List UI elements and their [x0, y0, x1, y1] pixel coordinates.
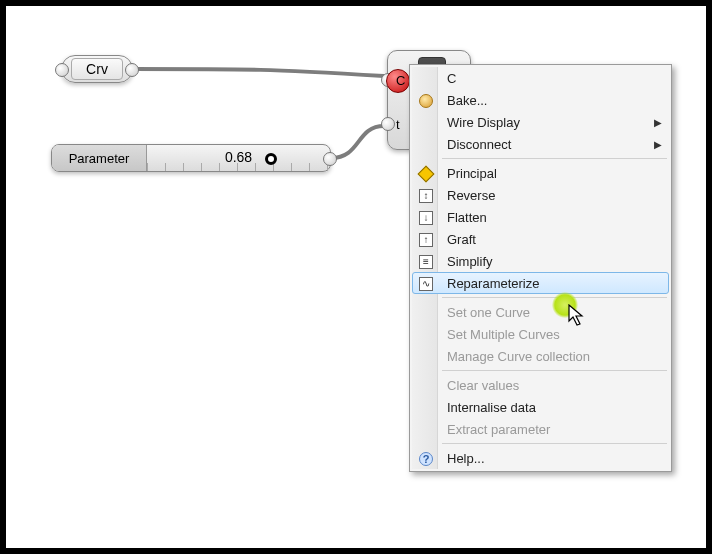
menu-wire-display[interactable]: Wire Display ▶ [412, 111, 669, 133]
graft-icon: ↑ [417, 231, 435, 249]
curve-param-label: Crv [71, 58, 123, 80]
flatten-icon: ↓ [417, 209, 435, 227]
menu-reparameterize-label: Reparameterize [447, 276, 540, 291]
submenu-arrow-icon: ▶ [654, 117, 662, 128]
context-menu: C Bake... Wire Display ▶ Disconnect ▶ Pr… [409, 64, 672, 472]
diamond-icon [417, 165, 435, 183]
menu-separator [442, 370, 667, 371]
menu-set-one-curve-label: Set one Curve [447, 305, 530, 320]
menu-set-one-curve[interactable]: Set one Curve [412, 301, 669, 323]
menu-principal-label: Principal [447, 166, 497, 181]
menu-separator [442, 297, 667, 298]
slider-output-grip-icon[interactable] [323, 152, 337, 166]
simplify-icon: ≡ [417, 253, 435, 271]
menu-clear-values[interactable]: Clear values [412, 374, 669, 396]
menu-help-label: Help... [447, 451, 485, 466]
menu-manage-curve-collection[interactable]: Manage Curve collection [412, 345, 669, 367]
menu-separator [442, 443, 667, 444]
menu-disconnect[interactable]: Disconnect ▶ [412, 133, 669, 155]
help-icon: ? [417, 450, 435, 468]
slider-knob[interactable] [265, 153, 277, 165]
slider-value: 0.68 [147, 149, 330, 165]
reparam-icon: ∿ [417, 275, 435, 293]
menu-principal[interactable]: Principal [412, 162, 669, 184]
number-slider[interactable]: Parameter 0.68 [51, 144, 331, 172]
menu-manage-curve-collection-label: Manage Curve collection [447, 349, 590, 364]
menu-help[interactable]: ? Help... [412, 447, 669, 469]
menu-flatten[interactable]: ↓ Flatten [412, 206, 669, 228]
menu-title-label: C [447, 71, 456, 86]
submenu-arrow-icon: ▶ [654, 139, 662, 150]
menu-title[interactable]: C [412, 67, 669, 89]
menu-set-multiple-curves-label: Set Multiple Curves [447, 327, 560, 342]
menu-extract-parameter[interactable]: Extract parameter [412, 418, 669, 440]
menu-simplify[interactable]: ≡ Simplify [412, 250, 669, 272]
menu-graft-label: Graft [447, 232, 476, 247]
reverse-icon: ↕ [417, 187, 435, 205]
menu-set-multiple-curves[interactable]: Set Multiple Curves [412, 323, 669, 345]
curve-param-node[interactable]: Crv [61, 55, 133, 83]
menu-bake[interactable]: Bake... [412, 89, 669, 111]
bake-icon [417, 92, 435, 110]
grip-input-icon[interactable] [55, 63, 69, 77]
menu-clear-values-label: Clear values [447, 378, 519, 393]
menu-internalise-data-label: Internalise data [447, 400, 536, 415]
menu-wire-display-label: Wire Display [447, 115, 520, 130]
slider-label: Parameter [52, 145, 147, 171]
menu-reparameterize[interactable]: ∿ Reparameterize [412, 272, 669, 294]
menu-reverse[interactable]: ↕ Reverse [412, 184, 669, 206]
menu-reverse-label: Reverse [447, 188, 495, 203]
menu-bake-label: Bake... [447, 93, 487, 108]
menu-graft[interactable]: ↑ Graft [412, 228, 669, 250]
menu-flatten-label: Flatten [447, 210, 487, 225]
grip-output-icon[interactable] [125, 63, 139, 77]
input-c-label: C [396, 73, 405, 88]
input-t-grip-icon[interactable] [381, 117, 395, 131]
menu-simplify-label: Simplify [447, 254, 493, 269]
menu-disconnect-label: Disconnect [447, 137, 511, 152]
menu-internalise-data[interactable]: Internalise data [412, 396, 669, 418]
slider-track[interactable]: 0.68 [147, 145, 330, 171]
menu-separator [442, 158, 667, 159]
input-t-label: t [396, 117, 400, 132]
menu-extract-parameter-label: Extract parameter [447, 422, 550, 437]
canvas[interactable]: Crv Parameter 0.68 C t P C Bake... [6, 6, 706, 548]
